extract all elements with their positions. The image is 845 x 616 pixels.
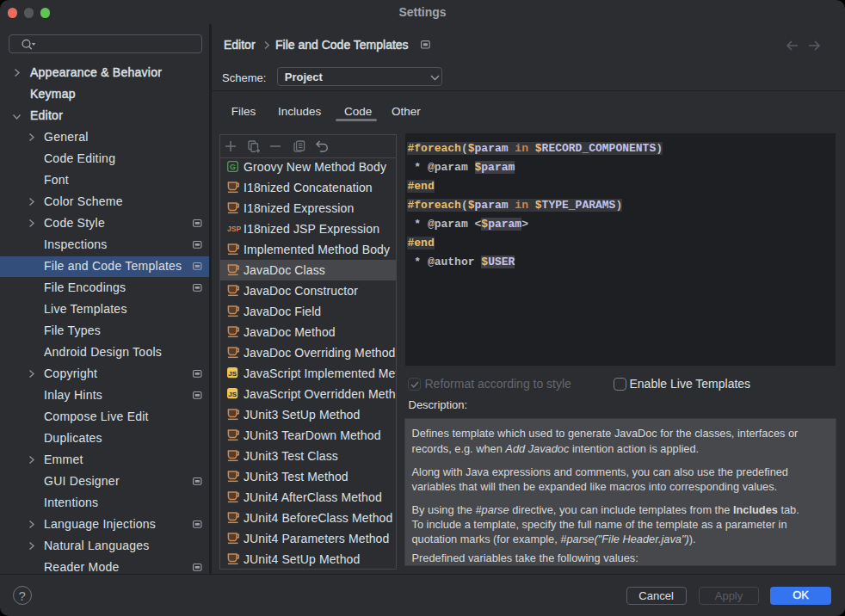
svg-text:JS: JS [228, 370, 237, 378]
svg-text:G: G [230, 163, 236, 171]
svg-text:JS: JS [228, 391, 237, 398]
svg-text:JSP: JSP [227, 225, 241, 233]
